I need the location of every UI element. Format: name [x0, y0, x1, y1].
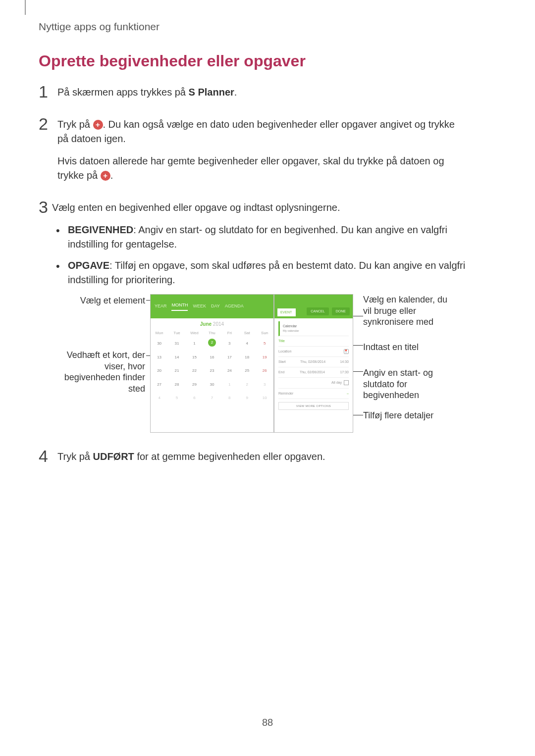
end-field[interactable]: End Thu, 02/06/2014 17:30 [278, 367, 349, 378]
page-crop-mark [25, 0, 26, 15]
page-number: 88 [0, 717, 535, 728]
app-name: S Planner [189, 87, 234, 98]
bullet-task: OPGAVE: Tilføj en opgave, som skal udfør… [63, 258, 487, 287]
bullet-term: BEGIVENHED [68, 224, 133, 235]
label: End [278, 370, 284, 375]
running-header: Nyttige apps og funktioner [39, 21, 160, 33]
tab-year: YEAR [155, 303, 167, 309]
step-1: 1 På skærmen apps trykkes på S Planner. [39, 85, 465, 107]
event-tab-selected: EVENT [277, 308, 296, 316]
view-more-button[interactable]: VIEW MORE OPTIONS [278, 402, 349, 410]
time: 14:30 [340, 359, 349, 364]
text: for at gemme begivenheden eller opgaven. [134, 451, 325, 462]
text: . Du kan også vælge en dato uden begiven… [57, 119, 455, 144]
step-number: 2 [39, 115, 54, 132]
section-title: Oprette begivenheder eller opgaver [39, 52, 465, 70]
calendar-field: Calendar My calendar [278, 321, 349, 336]
text: : Tilføj en opgave, som skal udføres på … [68, 260, 465, 285]
start-field[interactable]: Start Thu, 02/06/2014 14:30 [278, 357, 349, 367]
bullet-term: OPGAVE [68, 260, 109, 271]
text: På skærmen apps trykkes på [57, 87, 189, 98]
step-number: 1 [39, 83, 54, 100]
calendar-grid: MonTueWedThuFriSatSun3031123451314151617… [151, 329, 273, 405]
page-content: Oprette begivenheder eller opgaver 1 På … [39, 52, 465, 482]
checkbox-icon[interactable] [344, 380, 349, 385]
diagram: Vælg et element Vedhæft et kort, der vis… [61, 294, 487, 438]
callout-select-element: Vælg et element [61, 295, 145, 306]
text: . [234, 87, 237, 98]
reminder-label: Reminder [278, 391, 293, 396]
text: . [110, 170, 113, 181]
calendar-tabs: YEAR MONTH WEEK DAY AGENDA [151, 295, 273, 318]
location-label: Location [278, 349, 291, 354]
callout-set-dates: Angiv en start- og slutdato for begivenh… [363, 367, 457, 401]
step-4: 4 Tryk på UDFØRT for at gemme begivenhed… [39, 450, 465, 472]
calendar-label: Calendar [283, 324, 299, 329]
tab-agenda: AGENDA [225, 303, 244, 309]
tab-day: DAY [211, 303, 220, 309]
text: Vælg enten en begivenhed eller opgave og… [52, 201, 487, 215]
reminder-field[interactable]: Reminder – [278, 389, 349, 399]
callout-attach-map: Vedhæft et kort, der viser, hvor begiven… [61, 350, 145, 394]
add-icon: + [93, 120, 103, 130]
event-form-header: EVENT CANCEL DONE [274, 295, 353, 318]
title-field[interactable]: Title [278, 336, 349, 347]
text: Hvis datoen allerede har gemte begivenhe… [57, 155, 444, 181]
done-button[interactable]: DONE [332, 307, 350, 315]
label: Start [278, 359, 286, 364]
time: 17:30 [340, 370, 349, 375]
year: 2014 [213, 321, 224, 327]
step-number: 4 [39, 448, 54, 464]
month: June [200, 321, 212, 327]
add-icon: + [101, 171, 110, 181]
text: Tryk på [57, 451, 93, 462]
tab-month: MONTH [171, 302, 188, 310]
value: Thu, 02/06/2014 [300, 370, 325, 375]
bullet-event: BEGIVENHED: Angiv en start- og slutdato … [63, 223, 487, 252]
location-field[interactable]: Location 📍 [278, 347, 349, 357]
tab-week: WEEK [193, 303, 206, 309]
calendar-sub: My calendar [283, 329, 299, 333]
mock-event-form-panel: EVENT CANCEL DONE Calendar My calendar [274, 294, 353, 433]
value: Thu, 02/06/2014 [300, 359, 325, 364]
done-label: UDFØRT [93, 451, 134, 462]
step-2: 2 Tryk på +. Du kan også vælge en dato u… [39, 117, 465, 191]
map-pin-icon[interactable]: 📍 [344, 349, 349, 354]
text: Tryk på [57, 119, 93, 130]
step-number: 3 [39, 199, 48, 215]
month-label: June 2014 [151, 318, 273, 329]
callout-select-calendar: Vælg en kalender, du vil bruge eller syn… [363, 294, 457, 328]
callout-enter-title: Indtast en titel [363, 342, 457, 353]
callout-more-details: Tilføj flere detaljer [363, 410, 457, 421]
cancel-button[interactable]: CANCEL [307, 307, 328, 315]
allday-field[interactable]: All day [278, 378, 349, 388]
mock-calendar-panel: YEAR MONTH WEEK DAY AGENDA June 2014 Mon… [150, 294, 274, 433]
allday-label: All day [331, 380, 342, 385]
step-3: 3 Vælg enten en begivenhed eller opgave … [39, 201, 465, 438]
